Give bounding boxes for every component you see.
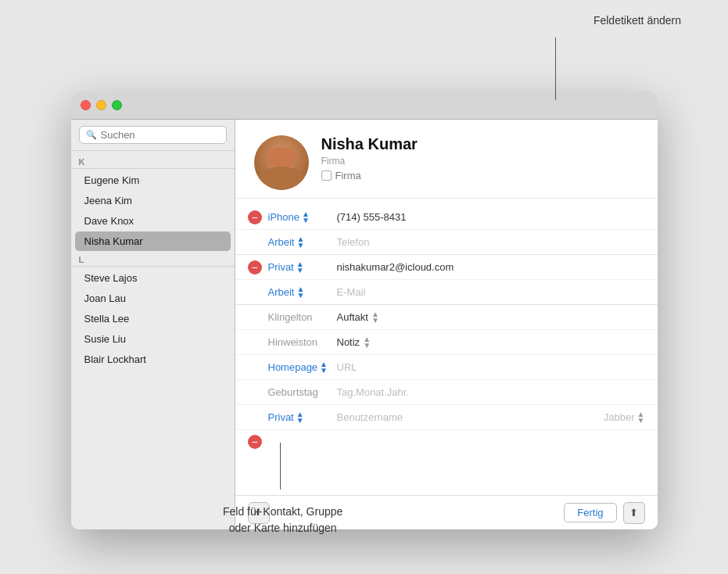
email-value[interactable]: nishakumar2@icloud.com — [337, 261, 645, 273]
homepage-value[interactable]: URL — [337, 361, 645, 373]
close-button[interactable] — [81, 100, 91, 110]
traffic-lights — [81, 100, 122, 110]
birthday-label-text: Geburtstag — [268, 386, 318, 398]
field-row-alert: Hinweiston Notiz ▲▼ — [235, 330, 658, 355]
ringtone-label-text: Klingelton — [268, 311, 313, 323]
contact-list: K Eugene Kim Jeena Kim Dave Knox Nisha K… — [71, 151, 235, 529]
phone-secondary-label[interactable]: Arbeit ▲▼ — [268, 236, 331, 249]
ringtone-stepper-icon: ▲▼ — [371, 311, 379, 324]
field-row-extra: − — [235, 430, 658, 455]
email-secondary-label-text: Arbeit — [268, 286, 295, 298]
sidebar: 🔍 K Eugene Kim Jeena Kim Dave Knox Nisha… — [71, 120, 235, 529]
jabber-label-text: Privat — [268, 411, 294, 423]
email-label-text: Privat — [268, 261, 294, 273]
contact-item[interactable]: Stella Lee — [75, 309, 231, 328]
ringtone-value[interactable]: Auftakt ▲▼ — [337, 311, 645, 324]
alert-stepper-icon: ▲▼ — [363, 336, 371, 349]
callout-top-label: Feldetikett ändern — [594, 14, 681, 27]
app-window: 🔍 K Eugene Kim Jeena Kim Dave Knox Nisha… — [71, 91, 658, 529]
phone-label[interactable]: iPhone ▲▼ — [268, 211, 331, 224]
callout-top: Feldetikett ändern — [594, 14, 681, 27]
phone-value[interactable]: (714) 555-8431 — [337, 211, 645, 223]
email-stepper-icon: ▲▼ — [296, 261, 304, 274]
jabber-username[interactable]: Benutzername — [337, 411, 597, 423]
alert-value[interactable]: Notiz ▲▼ — [337, 336, 645, 349]
field-row-email1: − Privat ▲▼ nishakumar2@icloud.com — [235, 255, 658, 280]
done-button[interactable]: Fertig — [564, 503, 616, 522]
phone-secondary-label-text: Arbeit — [268, 236, 295, 248]
search-wrapper: 🔍 — [79, 126, 227, 144]
email-label[interactable]: Privat ▲▼ — [268, 261, 331, 274]
jabber-label[interactable]: Privat ▲▼ — [268, 411, 331, 424]
contact-name-section: Nisha Kumar Firma Firma — [321, 135, 639, 181]
search-input[interactable] — [101, 129, 220, 141]
search-icon: 🔍 — [86, 130, 97, 140]
email-secondary-label[interactable]: Arbeit ▲▼ — [268, 286, 331, 299]
field-row-homepage: Homepage ▲▼ URL — [235, 355, 658, 380]
contact-item[interactable]: Joan Lau — [75, 289, 231, 308]
add-field-button[interactable]: + — [248, 502, 270, 524]
field-row-birthday: Geburtstag Tag.Monat.Jahr. — [235, 380, 658, 405]
phone-secondary-stepper-icon: ▲▼ — [296, 236, 304, 249]
fields-container: − iPhone ▲▼ (714) 555-8431 Arbeit ▲▼ Tel… — [235, 199, 658, 495]
share-button[interactable]: ⬆ — [623, 502, 645, 524]
ringtone-label: Klingelton — [268, 311, 331, 323]
field-row-phone1: − iPhone ▲▼ (714) 555-8431 — [235, 205, 658, 230]
bottom-bar: + Fertig ⬆ — [235, 495, 658, 529]
avatar — [254, 135, 309, 190]
title-bar — [71, 91, 658, 120]
contact-header: Nisha Kumar Firma Firma — [235, 120, 658, 199]
maximize-button[interactable] — [112, 100, 122, 110]
company-checkbox-label: Firma — [335, 170, 361, 181]
alert-label-text: Hinweiston — [268, 336, 318, 348]
main-content: 🔍 K Eugene Kim Jeena Kim Dave Knox Nisha… — [71, 120, 658, 529]
remove-extra-button[interactable]: − — [248, 435, 262, 449]
share-icon: ⬆ — [629, 507, 638, 518]
field-row-phone1-secondary: Arbeit ▲▼ Telefon — [235, 230, 658, 255]
phone-stepper-icon: ▲▼ — [302, 211, 310, 224]
section-header-k: K — [71, 154, 235, 169]
jabber-service[interactable]: Jabber ▲▼ — [604, 411, 645, 424]
search-bar: 🔍 — [71, 120, 235, 151]
company-placeholder: Firma — [321, 156, 639, 167]
company-checkbox[interactable] — [321, 170, 332, 181]
field-row-ringtone: Klingelton Auftakt ▲▼ — [235, 305, 658, 330]
contact-item[interactable]: Eugene Kim — [75, 170, 231, 190]
birthday-value[interactable]: Tag.Monat.Jahr. — [337, 386, 645, 398]
birthday-label: Geburtstag — [268, 386, 331, 398]
contact-item[interactable]: Jeena Kim — [75, 191, 231, 210]
contact-item[interactable]: Dave Knox — [75, 211, 231, 231]
email-secondary-stepper-icon: ▲▼ — [296, 286, 304, 299]
homepage-stepper-icon: ▲▼ — [320, 361, 328, 374]
field-row-email1-secondary: Arbeit ▲▼ E-Mail — [235, 280, 658, 305]
field-row-jabber: Privat ▲▼ Benutzername Jabber ▲▼ — [235, 405, 658, 430]
alert-label: Hinweiston — [268, 336, 331, 348]
callout-line-top — [555, 38, 556, 100]
homepage-label-text: Homepage — [268, 361, 318, 373]
contact-item[interactable]: Steve Lajos — [75, 268, 231, 288]
email-secondary-value[interactable]: E-Mail — [337, 286, 645, 298]
remove-phone-button[interactable]: − — [248, 210, 262, 224]
minimize-button[interactable] — [96, 100, 106, 110]
contact-item[interactable]: Blair Lockhart — [75, 350, 231, 369]
jabber-service-stepper-icon: ▲▼ — [637, 411, 645, 424]
section-header-l: L — [71, 252, 235, 267]
remove-email-button[interactable]: − — [248, 260, 262, 274]
phone-label-text: iPhone — [268, 211, 299, 223]
contact-name: Nisha Kumar — [321, 135, 639, 153]
phone-secondary-value[interactable]: Telefon — [337, 236, 645, 248]
contact-item-selected[interactable]: Nisha Kumar — [75, 231, 231, 251]
contact-item[interactable]: Susie Liu — [75, 329, 231, 349]
company-row: Firma — [321, 170, 639, 181]
detail-panel: Nisha Kumar Firma Firma − iPhon — [235, 120, 658, 529]
jabber-stepper-icon: ▲▼ — [296, 411, 304, 424]
homepage-label[interactable]: Homepage ▲▼ — [268, 361, 331, 374]
